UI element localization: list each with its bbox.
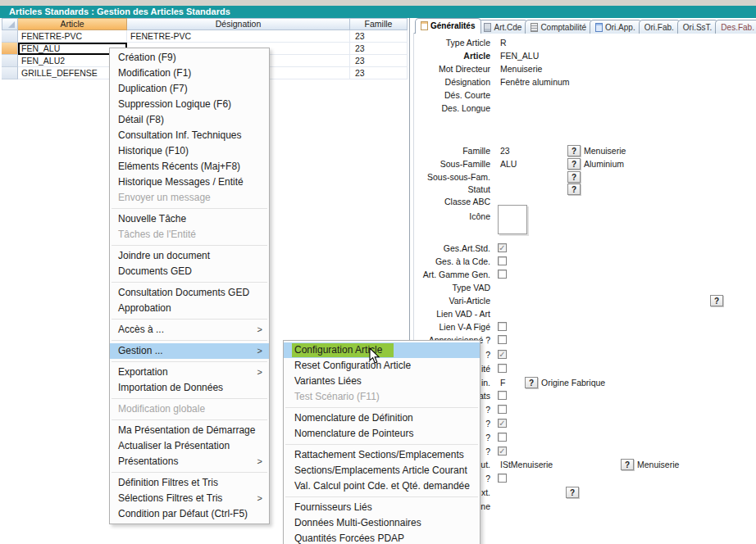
checkbox[interactable] bbox=[498, 474, 507, 483]
cell-article[interactable]: FENETRE-PVC bbox=[18, 30, 127, 43]
menu-item[interactable]: Configuration Article bbox=[284, 342, 480, 358]
menu-item[interactable]: Eléments Récents (Maj+F8) bbox=[110, 159, 269, 175]
menu-item[interactable]: Nouvelle Tâche bbox=[110, 211, 269, 227]
menu-item[interactable]: Consultation Documents GED bbox=[110, 285, 269, 301]
menu-item-label: Sélections Filtres et Tris bbox=[118, 492, 222, 504]
menu-item-label: Val. Calcul point Cde. et Qté. demandée bbox=[294, 480, 470, 492]
menu-item-label: Tâches de l'Entité bbox=[118, 229, 196, 240]
column-header-article[interactable]: Article bbox=[18, 18, 127, 30]
tab-des-fab-[interactable]: Des.Fab. bbox=[715, 20, 756, 34]
menu-item[interactable]: Historique (F10) bbox=[110, 143, 269, 159]
menu-item[interactable]: Définition Filtres et Tris bbox=[110, 475, 269, 491]
tab-art-cde[interactable]: Art.Cde bbox=[478, 20, 528, 34]
menu-item-label: Nouvelle Tâche bbox=[118, 213, 186, 224]
field-value: FEN_ALU bbox=[500, 50, 539, 61]
menu-item[interactable]: Sections/Emplacements Article Courant bbox=[284, 463, 480, 478]
checkbox[interactable] bbox=[498, 391, 507, 400]
row-selector-cell[interactable] bbox=[2, 55, 18, 67]
menu-item[interactable]: Documents GED bbox=[110, 264, 269, 279]
menu-item-label: Ma Présentation de Démarrage bbox=[118, 424, 255, 436]
checkbox[interactable]: ✓ bbox=[498, 350, 507, 359]
cell-famille[interactable]: 23 bbox=[350, 43, 408, 55]
menu-item[interactable]: Duplication (F7) bbox=[110, 81, 269, 97]
cell-famille[interactable]: 23 bbox=[350, 55, 408, 67]
tab-ori-app-[interactable]: Ori.App. bbox=[590, 20, 642, 34]
checkbox[interactable] bbox=[498, 405, 507, 414]
help-button[interactable]: ? bbox=[525, 377, 538, 388]
menu-item[interactable]: Sélections Filtres et Tris> bbox=[110, 491, 269, 506]
menu-item[interactable]: Condition par Défaut (Ctrl-F5) bbox=[110, 506, 269, 522]
menu-item[interactable]: Historique Messages / Entité bbox=[110, 175, 269, 190]
menu-item[interactable]: Nomenclature de Définition bbox=[284, 410, 480, 426]
submenu-arrow-icon: > bbox=[257, 343, 262, 359]
checkbox[interactable] bbox=[498, 364, 507, 373]
menu-item[interactable]: Variantes Liées bbox=[284, 374, 480, 389]
help-button[interactable]: ? bbox=[567, 158, 581, 170]
help-button[interactable]: ? bbox=[567, 171, 581, 183]
help-button[interactable]: ? bbox=[621, 459, 634, 470]
menu-item[interactable]: Importation de Données bbox=[110, 380, 269, 396]
menu-item[interactable]: Création (F9) bbox=[110, 50, 269, 66]
row-selector-cell[interactable] bbox=[2, 43, 18, 55]
field-label: Classe ABC bbox=[414, 196, 490, 207]
menu-item[interactable]: Joindre un document bbox=[110, 248, 269, 264]
menu-item: Envoyer un message bbox=[110, 190, 269, 206]
menu-item[interactable]: Suppression Logique (F6) bbox=[110, 97, 269, 112]
menu-item[interactable]: Accès à ...> bbox=[110, 322, 269, 338]
menu-item[interactable]: Reset Configuration Article bbox=[284, 358, 480, 374]
field-label: Ges. à la Cde. bbox=[414, 256, 490, 267]
field-note: Menuiserie bbox=[637, 459, 679, 470]
menu-item[interactable]: Consultation Inf. Techniques bbox=[110, 128, 269, 143]
menu-item[interactable]: Val. Calcul point Cde. et Qté. demandée bbox=[284, 478, 480, 494]
tab-ori-sst-[interactable]: Ori.SsT. bbox=[677, 20, 719, 34]
menu-item[interactable]: Nomenclature de Pointeurs bbox=[284, 426, 480, 442]
menu-item[interactable]: Rattachement Sections/Emplacements bbox=[284, 447, 480, 463]
menu-item[interactable]: Gestion ...> bbox=[110, 343, 269, 359]
menu-item[interactable]: Présentations> bbox=[110, 454, 269, 469]
checkbox[interactable] bbox=[498, 322, 507, 331]
checkbox[interactable]: ✓ bbox=[498, 419, 507, 428]
tab-comptabilit-[interactable]: Comptabilité bbox=[525, 20, 593, 34]
menu-item[interactable]: Détail (F8) bbox=[110, 112, 269, 128]
submenu-arrow-icon: > bbox=[257, 491, 262, 506]
menu-item-label: Présentations bbox=[118, 456, 178, 467]
menu-item-label: Historique (F10) bbox=[118, 145, 189, 156]
row-selector-cell[interactable] bbox=[2, 30, 18, 43]
checkbox[interactable] bbox=[498, 433, 507, 442]
table-row[interactable]: FENETRE-PVCFENETRE-PVC23 bbox=[2, 30, 408, 43]
field-label: Art. Gamme Gen. bbox=[414, 269, 490, 280]
menu-item-label: Accès à ... bbox=[118, 324, 164, 335]
checkbox[interactable]: ✓ bbox=[498, 243, 507, 252]
menu-item[interactable]: Approbation bbox=[110, 301, 269, 316]
menu-separator bbox=[112, 245, 267, 246]
menu-item[interactable]: Exportation> bbox=[110, 365, 269, 380]
checkbox[interactable] bbox=[498, 270, 507, 279]
checkbox[interactable] bbox=[498, 256, 507, 265]
menu-item[interactable]: Ma Présentation de Démarrage bbox=[110, 423, 269, 438]
menu-item[interactable]: Données Multi-Gestionnaires bbox=[284, 515, 480, 531]
cell-famille[interactable]: 23 bbox=[350, 30, 408, 43]
help-button[interactable]: ? bbox=[710, 295, 723, 306]
menu-item[interactable]: Quantités Forcées PDAP bbox=[284, 531, 480, 544]
menu-item-label: Nomenclature de Définition bbox=[294, 412, 413, 424]
select-all-cell[interactable] bbox=[2, 18, 18, 30]
row-selector-cell[interactable] bbox=[2, 67, 18, 79]
menu-item[interactable]: Fournisseurs Liés bbox=[284, 500, 480, 515]
help-button[interactable]: ? bbox=[566, 487, 579, 498]
cell-famille[interactable]: 23 bbox=[350, 67, 408, 79]
menu-item-label: Modification globale bbox=[118, 403, 205, 415]
tab-g-n-ralit-s[interactable]: Généralités bbox=[415, 18, 481, 34]
cell-designation[interactable]: FENETRE-PVC bbox=[127, 30, 350, 43]
checkbox[interactable] bbox=[498, 335, 507, 344]
field-label: Sous-Famille bbox=[414, 158, 490, 170]
menu-item[interactable]: Actualiser la Présentation bbox=[110, 438, 269, 454]
column-header-famille[interactable]: Famille bbox=[350, 18, 408, 30]
menu-item-label: Reset Configuration Article bbox=[294, 360, 411, 371]
menu-item-label: Documents GED bbox=[118, 265, 192, 277]
help-button[interactable]: ? bbox=[567, 184, 581, 195]
checkbox[interactable]: ✓ bbox=[498, 447, 507, 456]
menu-item[interactable]: Modification (F1) bbox=[110, 66, 269, 81]
column-header-designation[interactable]: Désignation bbox=[127, 18, 350, 30]
tab-ori-fab-[interactable]: Ori.Fab. bbox=[639, 20, 681, 34]
help-button[interactable]: ? bbox=[567, 145, 581, 156]
